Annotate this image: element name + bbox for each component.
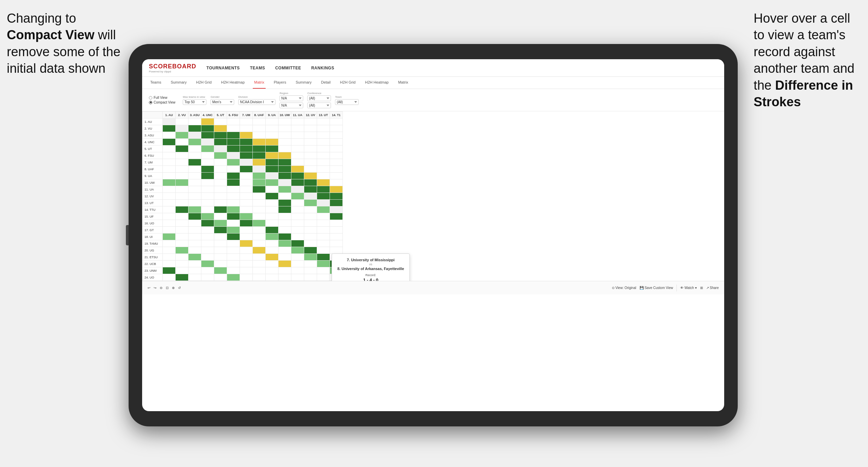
matrix-cell[interactable] (201, 139, 214, 146)
gender-select[interactable]: Men's (210, 99, 234, 105)
matrix-cell[interactable] (317, 118, 330, 125)
matrix-cell[interactable] (317, 240, 330, 247)
matrix-cell[interactable] (330, 186, 343, 193)
matrix-cell[interactable] (176, 254, 188, 261)
matrix-cell[interactable] (240, 159, 253, 166)
matrix-cell[interactable] (240, 274, 253, 281)
matrix-cell[interactable] (304, 274, 317, 281)
matrix-cell[interactable] (188, 179, 201, 186)
matrix-cell[interactable] (176, 146, 188, 152)
matrix-cell[interactable] (291, 234, 304, 240)
matrix-cell[interactable] (240, 206, 253, 213)
matrix-cell[interactable] (214, 139, 227, 146)
matrix-cell[interactable] (279, 146, 291, 152)
matrix-cell[interactable] (253, 261, 266, 267)
matrix-cell[interactable] (176, 227, 188, 234)
matrix-cell[interactable] (279, 166, 291, 173)
matrix-cell[interactable] (317, 146, 330, 152)
matrix-cell[interactable] (214, 267, 227, 274)
matrix-cell[interactable] (201, 159, 214, 166)
matrix-cell[interactable] (253, 118, 266, 125)
matrix-cell[interactable] (176, 186, 188, 193)
matrix-cell[interactable] (188, 146, 201, 152)
matrix-cell[interactable] (214, 186, 227, 193)
matrix-cell[interactable] (291, 173, 304, 179)
matrix-cell[interactable] (188, 132, 201, 139)
subnav-players[interactable]: Players (272, 79, 288, 89)
matrix-cell[interactable] (266, 254, 279, 261)
matrix-cell[interactable] (240, 247, 253, 254)
matrix-cell[interactable] (291, 186, 304, 193)
matrix-cell[interactable] (330, 125, 343, 132)
matrix-cell[interactable] (188, 206, 201, 213)
matrix-cell[interactable] (227, 227, 240, 234)
matrix-cell[interactable] (227, 159, 240, 166)
matrix-cell[interactable] (291, 193, 304, 200)
matrix-cell[interactable] (214, 261, 227, 267)
matrix-cell[interactable] (291, 220, 304, 227)
matrix-cell[interactable] (304, 166, 317, 173)
matrix-cell[interactable] (253, 267, 266, 274)
matrix-cell[interactable] (176, 240, 188, 247)
matrix-cell[interactable] (163, 173, 176, 179)
matrix-cell[interactable] (291, 159, 304, 166)
matrix-cell[interactable] (279, 206, 291, 213)
conference-select2[interactable]: (All) (307, 103, 331, 108)
subnav-summary2[interactable]: Summary (294, 79, 313, 89)
matrix-cell[interactable] (279, 227, 291, 234)
matrix-cell[interactable] (240, 200, 253, 206)
matrix-cell[interactable] (304, 227, 317, 234)
matrix-cell[interactable] (163, 193, 176, 200)
matrix-cell[interactable] (188, 247, 201, 254)
matrix-cell[interactable] (253, 254, 266, 261)
matrix-cell[interactable] (266, 118, 279, 125)
matrix-cell[interactable] (227, 267, 240, 274)
matrix-cell[interactable] (266, 179, 279, 186)
matrix-cell[interactable] (176, 193, 188, 200)
matrix-cell[interactable] (330, 132, 343, 139)
matrix-cell[interactable] (176, 132, 188, 139)
nav-committee[interactable]: COMMITTEE (275, 64, 301, 72)
matrix-cell[interactable] (201, 234, 214, 240)
matrix-cell[interactable] (253, 213, 266, 220)
matrix-cell[interactable] (163, 146, 176, 152)
matrix-cell[interactable] (240, 118, 253, 125)
matrix-cell[interactable] (266, 267, 279, 274)
matrix-cell[interactable] (317, 193, 330, 200)
matrix-cell[interactable] (304, 186, 317, 193)
matrix-cell[interactable] (253, 152, 266, 159)
matrix-cell[interactable] (227, 125, 240, 132)
compact-view-option[interactable]: Compact View (149, 101, 175, 104)
matrix-cell[interactable] (201, 179, 214, 186)
matrix-cell[interactable] (330, 159, 343, 166)
matrix-cell[interactable] (317, 173, 330, 179)
matrix-cell[interactable] (227, 166, 240, 173)
matrix-cell[interactable] (176, 159, 188, 166)
matrix-cell[interactable] (163, 152, 176, 159)
matrix-cell[interactable] (330, 166, 343, 173)
conference-select[interactable]: (All) (307, 95, 331, 101)
matrix-cell[interactable] (188, 267, 201, 274)
matrix-cell[interactable] (279, 267, 291, 274)
matrix-cell[interactable] (188, 193, 201, 200)
matrix-cell[interactable] (279, 254, 291, 261)
matrix-cell[interactable] (201, 240, 214, 247)
matrix-cell[interactable] (176, 139, 188, 146)
matrix-cell[interactable] (253, 206, 266, 213)
matrix-cell[interactable] (240, 166, 253, 173)
matrix-cell[interactable] (317, 227, 330, 234)
matrix-cell[interactable] (317, 220, 330, 227)
matrix-cell[interactable] (176, 213, 188, 220)
matrix-cell[interactable] (176, 118, 188, 125)
zoom-in-button[interactable]: ⊕ (172, 286, 175, 290)
matrix-cell[interactable] (304, 261, 317, 267)
matrix-cell[interactable] (240, 132, 253, 139)
matrix-cell[interactable] (240, 152, 253, 159)
matrix-cell[interactable] (201, 125, 214, 132)
matrix-cell[interactable] (214, 159, 227, 166)
matrix-cell[interactable] (279, 234, 291, 240)
matrix-cell[interactable] (304, 118, 317, 125)
matrix-cell[interactable] (201, 213, 214, 220)
matrix-cell[interactable] (330, 220, 343, 227)
matrix-cell[interactable] (317, 152, 330, 159)
